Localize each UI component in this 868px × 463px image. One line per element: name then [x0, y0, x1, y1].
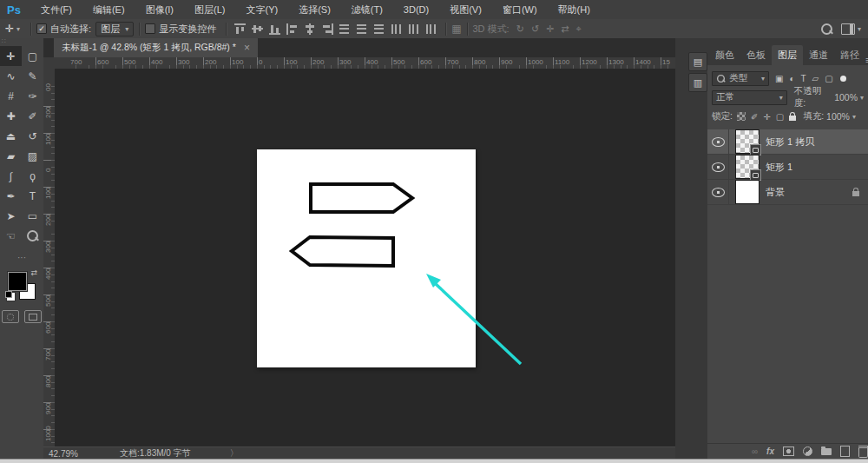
menu-item-10[interactable]: 帮助(H) — [548, 1, 601, 19]
search-icon[interactable] — [821, 23, 832, 35]
swap-colors-icon[interactable]: ⇄ — [30, 268, 37, 277]
align-vcenter-icon[interactable] — [252, 23, 264, 35]
distribute-right-icon[interactable] — [425, 23, 437, 35]
layer-visibility-toggle[interactable] — [707, 129, 729, 154]
panel-tab-图层[interactable]: 图层 — [772, 45, 803, 65]
lock-all-icon[interactable] — [789, 116, 796, 121]
filter-shape-layers-icon[interactable]: ▱ — [812, 74, 819, 83]
quick-selection-tool[interactable]: ✎ — [22, 66, 43, 86]
lock-transparent-icon[interactable] — [737, 112, 746, 121]
align-top-icon[interactable] — [234, 23, 247, 35]
layer-visibility-toggle[interactable] — [707, 155, 729, 179]
layer-visibility-toggle[interactable] — [707, 180, 729, 204]
auto-align-icon[interactable]: ▦ — [451, 23, 461, 35]
shape-tool[interactable]: ▭ — [22, 206, 43, 226]
menu-item-5[interactable]: 选择(S) — [288, 1, 341, 19]
menu-item-6[interactable]: 滤镜(T) — [341, 1, 393, 19]
delete-layer-icon[interactable] — [858, 446, 868, 458]
properties-panel-icon[interactable]: ▥ — [688, 73, 707, 92]
align-right-icon[interactable] — [321, 23, 333, 35]
status-chevron-icon[interactable]: 〉 — [230, 447, 239, 460]
document-tab[interactable]: 未标题-1 @ 42.8% (矩形 1 拷贝, RGB/8#) * × — [54, 38, 258, 57]
menu-item-8[interactable]: 视图(V) — [439, 1, 492, 19]
layer-filter-toggle[interactable] — [840, 76, 846, 82]
filter-type-layers-icon[interactable]: T — [801, 74, 806, 83]
filter-adjustment-layers-icon[interactable]: ◐ — [789, 74, 794, 83]
rectangular-marquee-tool[interactable]: ▢ — [22, 46, 43, 66]
lock-position-icon[interactable]: ✛ — [763, 112, 770, 122]
layer-thumbnail[interactable] — [735, 180, 760, 204]
foreground-color-swatch[interactable] — [8, 272, 27, 291]
default-colors-icon[interactable] — [6, 292, 16, 301]
panel-grip[interactable]: ∷ — [0, 38, 43, 46]
distribute-top-icon[interactable] — [339, 23, 351, 35]
path-selection-tool[interactable]: ➤ — [0, 206, 22, 226]
pen-tool[interactable]: ✒ — [0, 186, 22, 206]
add-mask-icon[interactable] — [783, 446, 794, 456]
lasso-tool[interactable]: ∿ — [0, 66, 22, 86]
layer-row[interactable]: 矩形 1 拷贝 — [707, 129, 868, 155]
history-brush-tool[interactable]: ↺ — [22, 126, 43, 146]
gradient-tool[interactable]: ▨ — [22, 146, 43, 166]
distribute-hcenter-icon[interactable] — [408, 23, 420, 35]
current-tool-chip[interactable]: ✛ ▾ — [0, 23, 25, 35]
panel-tab-路径[interactable]: 路径 — [834, 45, 865, 65]
menu-item-1[interactable]: 编辑(E) — [82, 1, 135, 19]
lock-image-icon[interactable]: ✐ — [751, 112, 758, 122]
brush-tool[interactable]: ✐ — [22, 106, 43, 126]
menu-item-4[interactable]: 文字(Y) — [235, 1, 288, 19]
zoom-tool[interactable] — [22, 226, 43, 246]
layer-style-icon[interactable]: fx — [766, 447, 774, 456]
history-panel-icon[interactable]: ▤ — [688, 52, 707, 71]
adjustment-layer-icon[interactable] — [803, 446, 812, 456]
crop-tool[interactable]: # — [0, 86, 22, 106]
pasteboard[interactable] — [55, 69, 675, 446]
layer-filter-dropdown[interactable]: 类型 ▾ — [712, 71, 769, 86]
menu-item-7[interactable]: 3D(D) — [393, 1, 439, 19]
blend-mode-dropdown[interactable]: 正常 ▾ — [712, 90, 787, 105]
menu-item-2[interactable]: 图像(I) — [135, 1, 184, 19]
menu-item-0[interactable]: 文件(F) — [30, 1, 82, 19]
opacity-value[interactable]: 100% — [834, 92, 858, 103]
filter-smart-objects-icon[interactable]: ▢ — [825, 74, 832, 83]
clone-stamp-tool[interactable]: ⏏ — [0, 126, 22, 146]
layer-thumbnail[interactable] — [735, 129, 760, 154]
workspace-switcher-icon[interactable] — [841, 23, 855, 35]
new-group-icon[interactable] — [821, 448, 832, 455]
healing-brush-tool[interactable]: ✚ — [0, 106, 22, 126]
layer-thumbnail[interactable] — [735, 155, 760, 179]
eyedropper-tool[interactable]: ✑ — [22, 86, 43, 106]
move-tool[interactable]: ✛ — [0, 46, 22, 66]
edit-toolbar-button[interactable]: ··· — [0, 253, 43, 265]
screen-mode-button[interactable] — [24, 310, 42, 323]
new-layer-icon[interactable] — [840, 446, 850, 457]
link-layers-icon[interactable]: ∞ — [752, 447, 758, 456]
smudge-tool[interactable]: ∫ — [0, 166, 22, 186]
dodge-tool[interactable]: ϙ — [22, 166, 43, 186]
panel-tab-色板[interactable]: 色板 — [740, 45, 772, 65]
lock-artboard-icon[interactable]: ▢ — [776, 112, 784, 122]
hand-tool[interactable]: ☜ — [0, 226, 22, 246]
zoom-level-field[interactable]: 42.79% — [49, 449, 94, 459]
align-hcenter-icon[interactable] — [304, 23, 316, 35]
layer-row[interactable]: 矩形 1 — [707, 155, 868, 180]
show-transform-checkbox[interactable] — [145, 23, 155, 34]
close-icon[interactable]: × — [244, 42, 250, 54]
auto-select-target-dropdown[interactable]: 图层 ▾ — [95, 22, 134, 36]
distribute-bottom-icon[interactable] — [373, 23, 385, 35]
distribute-left-icon[interactable] — [391, 23, 403, 35]
type-tool[interactable]: T — [22, 186, 43, 206]
menu-item-9[interactable]: 窗口(W) — [492, 1, 548, 19]
filter-pixel-layers-icon[interactable]: ▣ — [775, 74, 783, 83]
distribute-vcenter-icon[interactable] — [356, 23, 368, 35]
auto-select-checkbox[interactable]: ✓ — [36, 23, 47, 34]
align-bottom-icon[interactable] — [269, 23, 281, 35]
fill-value[interactable]: 100% — [826, 111, 850, 122]
menu-item-3[interactable]: 图层(L) — [184, 1, 235, 19]
quick-mask-button[interactable] — [2, 310, 19, 323]
eraser-tool[interactable]: ▰ — [0, 146, 22, 166]
panel-tab-颜色[interactable]: 颜色 — [709, 45, 740, 65]
panel-tab-通道[interactable]: 通道 — [803, 45, 834, 65]
layer-row[interactable]: 背景 — [707, 180, 868, 205]
align-left-icon[interactable] — [286, 23, 299, 35]
